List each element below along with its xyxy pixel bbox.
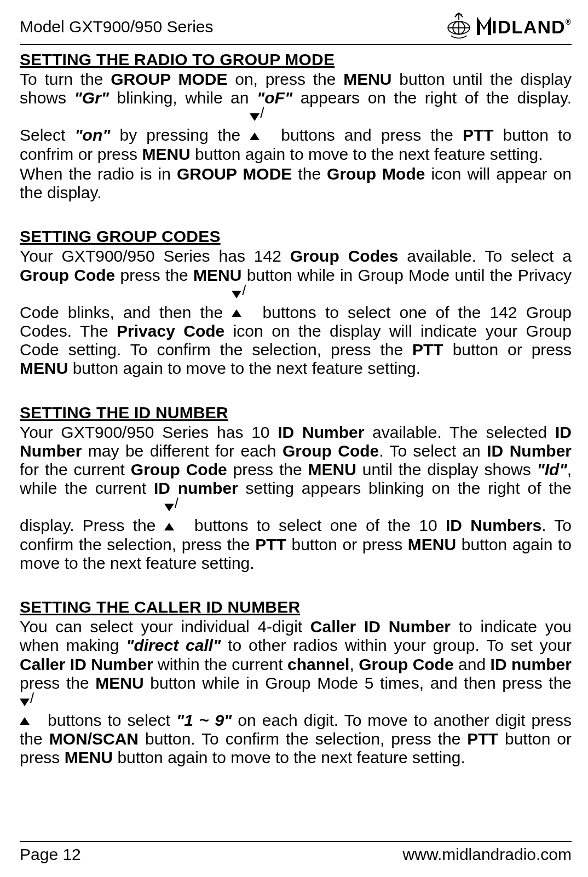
group-mode-paragraph-1: To turn the GROUP MODE on, press the MEN… xyxy=(20,70,572,164)
globe-icon xyxy=(444,12,474,42)
header-divider xyxy=(20,44,572,45)
up-down-arrows-icon: / xyxy=(164,497,186,507)
id-number-paragraph: Your GXT900/950 Series has 10 ID Number … xyxy=(20,423,572,573)
brand-m-icon xyxy=(477,16,491,35)
up-down-arrows-icon: / xyxy=(250,106,272,117)
heading-group-mode: SETTING THE RADIO TO GROUP MODE xyxy=(20,50,572,69)
group-codes-paragraph: Your GXT900/950 Series has 142 Group Cod… xyxy=(20,247,572,378)
brand-rest: IDLAND xyxy=(492,16,565,38)
heading-caller-id: SETTING THE CALLER ID NUMBER xyxy=(20,598,572,616)
brand-logo: IDLAND® xyxy=(444,12,572,42)
header: Model GXT900/950 Series IDLAND® xyxy=(20,12,572,42)
footer-url: www.midlandradio.com xyxy=(403,845,572,864)
heading-group-codes: SETTING GROUP CODES xyxy=(20,227,572,246)
brand-text: IDLAND® xyxy=(477,16,572,38)
page-container: Model GXT900/950 Series IDLAND® SETTING … xyxy=(0,0,588,768)
heading-id-number: SETTING THE ID NUMBER xyxy=(20,403,572,422)
up-down-arrows-icon: / xyxy=(20,691,42,702)
model-label: Model GXT900/950 Series xyxy=(20,18,214,36)
group-mode-paragraph-2: When the radio is in GROUP MODE the Grou… xyxy=(20,165,572,202)
up-down-arrows-icon: / xyxy=(232,284,253,295)
footer-divider xyxy=(20,841,572,842)
caller-id-paragraph: You can select your individual 4-digit C… xyxy=(20,618,572,768)
footer: Page 12 www.midlandradio.com xyxy=(0,836,588,864)
page-number: Page 12 xyxy=(20,845,81,864)
registered-mark: ® xyxy=(566,18,572,26)
